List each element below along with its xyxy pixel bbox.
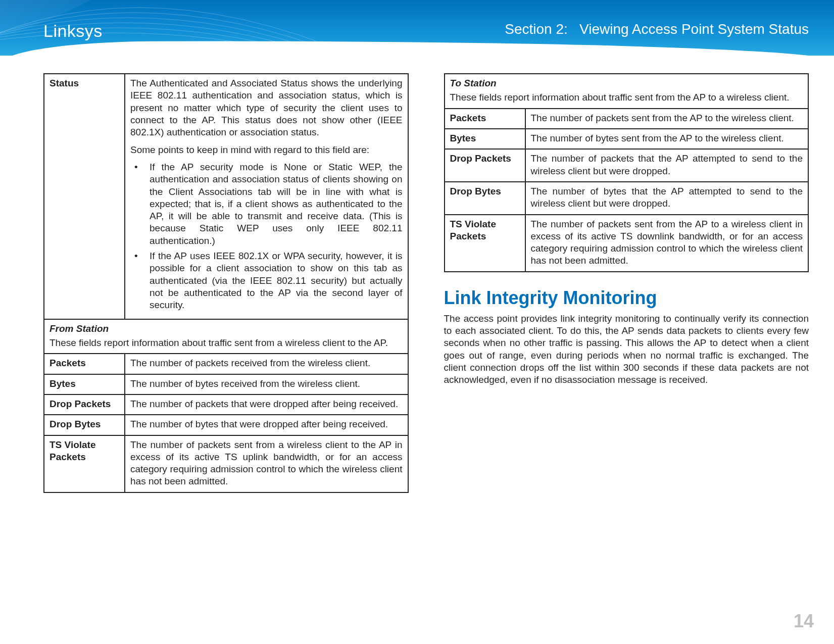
status-paragraph-1: The Authenticated and Associated Status … [130,77,403,139]
table-row: Packets The number of packets sent from … [445,109,809,129]
status-paragraph-2: Some points to keep in mind with regard … [130,144,403,156]
table-row: TS Violate Packets The number of packets… [445,215,809,272]
to-row-desc-text: The number of bytes sent from the AP to … [531,132,803,144]
to-row-desc: The number of packets sent from the AP t… [525,215,809,272]
left-column: Status The Authenticated and Associated … [43,73,409,604]
table-row: Packets The number of packets received f… [44,354,408,374]
to-row-label: Bytes [445,129,525,149]
brand-text: Linksys [43,21,103,41]
to-row-label: Drop Bytes [445,182,525,215]
to-row-desc: The number of packets sent from the AP t… [525,109,809,129]
from-row-label: TS Violate Packets [44,435,125,492]
from-row-label: Drop Bytes [44,415,125,435]
status-bullet-2: If the AP uses IEEE 802.1X or WPA securi… [130,250,403,312]
status-and-from-table: Status The Authenticated and Associated … [43,73,409,493]
status-bullets: If the AP security mode is None or Stati… [130,161,403,312]
header-section-text: Viewing Access Point System Status [579,21,809,37]
table-row: Drop Bytes The number of bytes that were… [44,415,408,435]
page-header: Linksys Section 2: Viewing Access Point … [0,0,834,56]
page-number: 14 [794,611,814,632]
status-label-cell: Status [44,74,125,319]
status-desc-cell: The Authenticated and Associated Status … [125,74,408,319]
table-row: Status The Authenticated and Associated … [44,74,408,319]
from-row-label: Bytes [44,374,125,394]
from-row-desc-text: The number of packets sent from a wirele… [130,439,403,488]
from-row-desc-text: The number of bytes received from the wi… [130,378,403,390]
from-row-desc: The number of packets sent from a wirele… [125,435,408,492]
from-row-desc-text: The number of bytes that were dropped af… [130,418,403,430]
from-row-label: Drop Packets [44,394,125,415]
page: Linksys Section 2: Viewing Access Point … [0,0,834,644]
to-station-desc: These fields report information about tr… [450,91,803,104]
from-row-desc-text: The number of packets that were dropped … [130,398,403,410]
status-bullet-1: If the AP security mode is None or Stati… [130,161,403,247]
from-row-desc: The number of packets that were dropped … [125,394,408,415]
table-row: Drop Packets The number of packets that … [44,394,408,415]
to-row-label: Packets [445,109,525,129]
header-section-label: Section 2: [505,21,568,37]
to-row-desc-text: The number of packets sent from the AP t… [531,218,803,267]
content-columns: Status The Authenticated and Associated … [43,73,809,604]
from-row-desc-text: The number of packets received from the … [130,357,403,369]
from-row-desc: The number of bytes that were dropped af… [125,415,408,435]
right-column: To Station These fields report informati… [444,73,809,604]
to-station-table: To Station These fields report informati… [444,73,809,272]
to-row-label: TS Violate Packets [445,215,525,272]
from-station-header-cell: From Station These fields report informa… [44,319,408,354]
table-row: Drop Packets The number of packets that … [445,149,809,182]
to-row-desc-text: The number of packets sent from the AP t… [531,112,803,124]
to-row-desc-text: The number of packets that the AP attemp… [531,153,803,177]
link-integrity-heading: Link Integrity Monitoring [444,287,809,309]
table-row: To Station These fields report informati… [445,74,809,109]
from-station-title: From Station [50,323,403,335]
to-row-desc: The number of packets that the AP attemp… [525,149,809,182]
header-section-title: Section 2: Viewing Access Point System S… [505,21,809,37]
to-row-label: Drop Packets [445,149,525,182]
table-row: Drop Bytes The number of bytes that the … [445,182,809,215]
to-row-desc: The number of bytes that the AP attempte… [525,182,809,215]
to-row-desc-text: The number of bytes that the AP attempte… [531,185,803,210]
table-row: Bytes The number of bytes received from … [44,374,408,394]
link-integrity-body: The access point provides link integrity… [444,313,809,386]
from-station-desc: These fields report information about tr… [50,337,403,349]
from-row-desc: The number of packets received from the … [125,354,408,374]
to-row-desc: The number of bytes sent from the AP to … [525,129,809,149]
table-row: Bytes The number of bytes sent from the … [445,129,809,149]
to-station-title: To Station [450,77,803,89]
table-row: From Station These fields report informa… [44,319,408,354]
from-row-desc: The number of bytes received from the wi… [125,374,408,394]
to-station-header-cell: To Station These fields report informati… [445,74,809,109]
from-row-label: Packets [44,354,125,374]
table-row: TS Violate Packets The number of packets… [44,435,408,492]
